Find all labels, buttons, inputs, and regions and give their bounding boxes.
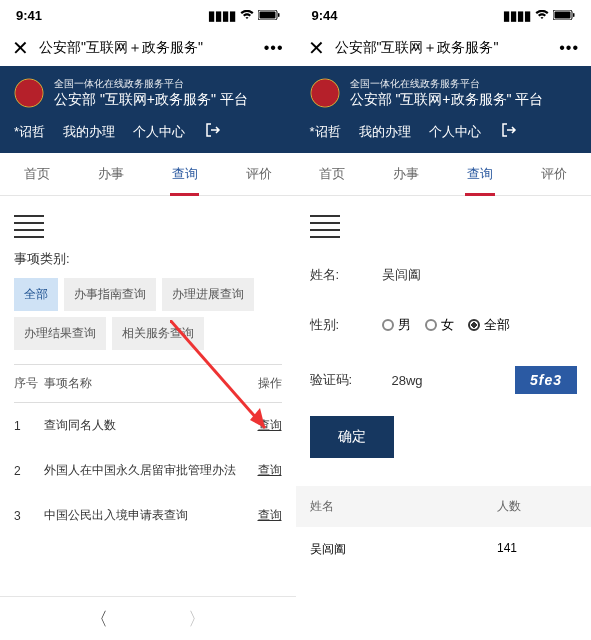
category-label: 事项类别: <box>14 250 282 268</box>
nav-my-process[interactable]: 我的办理 <box>359 123 411 141</box>
cell-name: 查询同名人数 <box>44 417 242 434</box>
gender-label: 性别: <box>310 316 382 334</box>
submit-button[interactable]: 确定 <box>310 416 394 458</box>
wifi-icon <box>240 8 254 23</box>
filter-progress[interactable]: 办理进展查询 <box>162 278 254 311</box>
content-area: 姓名: 吴闾阖 性别: 男 女 全部 验证码: 28wg 5fe3 确定 姓名 … <box>296 196 592 586</box>
captcha-image[interactable]: 5fe3 <box>515 366 577 394</box>
blue-header: 全国一体化在线政务服务平台 公安部 "互联网+政务服务" 平台 *诏哲 我的办理… <box>296 66 592 153</box>
status-bar: 9:44 ▮▮▮▮ <box>296 0 592 30</box>
signal-icon: ▮▮▮▮ <box>208 8 236 23</box>
wifi-icon <box>535 8 549 23</box>
platform-subtitle: 全国一体化在线政务服务平台 <box>54 77 248 91</box>
police-badge-icon <box>12 76 46 110</box>
status-time: 9:44 <box>312 8 338 23</box>
main-tabs: 首页 办事 查询 评价 <box>296 153 592 196</box>
cell-idx: 3 <box>14 509 44 523</box>
title-bar: ✕ 公安部"互联网＋政务服务" ••• <box>296 30 592 66</box>
form-row-name: 姓名: 吴闾阖 <box>310 250 578 300</box>
filter-guide[interactable]: 办事指南查询 <box>64 278 156 311</box>
close-icon[interactable]: ✕ <box>308 36 325 60</box>
platform-logo-row: 全国一体化在线政务服务平台 公安部 "互联网+政务服务" 平台 <box>308 76 580 110</box>
tab-review[interactable]: 评价 <box>517 153 591 195</box>
svg-rect-7 <box>573 13 575 17</box>
nav-user[interactable]: *诏哲 <box>310 123 341 141</box>
platform-logo-row: 全国一体化在线政务服务平台 公安部 "互联网+政务服务" 平台 <box>12 76 284 110</box>
battery-icon <box>258 8 280 23</box>
query-link[interactable]: 查询 <box>242 507 282 524</box>
page-title: 公安部"互联网＋政务服务" <box>39 39 254 57</box>
svg-rect-1 <box>259 11 275 18</box>
platform-title: 公安部 "互联网+政务服务" 平台 <box>54 91 248 109</box>
close-icon[interactable]: ✕ <box>12 36 29 60</box>
tab-service[interactable]: 办事 <box>369 153 443 195</box>
radio-all[interactable]: 全部 <box>468 316 510 334</box>
battery-icon <box>553 8 575 23</box>
header-nav: *诏哲 我的办理 个人中心 <box>308 110 580 153</box>
logout-icon[interactable] <box>205 122 221 141</box>
main-tabs: 首页 办事 查询 评价 <box>0 153 296 196</box>
table-row: 1 查询同名人数 查询 <box>14 403 282 448</box>
captcha-label: 验证码: <box>310 371 382 389</box>
status-time: 9:41 <box>16 8 42 23</box>
form-row-gender: 性别: 男 女 全部 <box>310 300 578 350</box>
query-link[interactable]: 查询 <box>242 417 282 434</box>
platform-subtitle: 全国一体化在线政务服务平台 <box>350 77 544 91</box>
more-icon[interactable]: ••• <box>559 39 579 57</box>
tab-home[interactable]: 首页 <box>296 153 370 195</box>
content-area: 事项类别: 全部 办事指南查询 办理进展查询 办理结果查询 相关服务查询 序号 … <box>0 196 296 552</box>
filter-related[interactable]: 相关服务查询 <box>112 317 204 350</box>
forward-icon[interactable]: 〉 <box>188 607 206 631</box>
rh-name: 姓名 <box>310 498 498 515</box>
logout-icon[interactable] <box>501 122 517 141</box>
table-row: 3 中国公民出入境申请表查询 查询 <box>14 493 282 538</box>
name-input[interactable]: 吴闾阖 <box>382 266 578 284</box>
phone-right: 9:44 ▮▮▮▮ ✕ 公安部"互联网＋政务服务" ••• 全国一体化在线政务服… <box>296 0 592 640</box>
rh-count: 人数 <box>497 498 577 515</box>
table-header: 序号 事项名称 操作 <box>14 364 282 403</box>
tab-review[interactable]: 评价 <box>222 153 296 195</box>
header-nav: *诏哲 我的办理 个人中心 <box>12 110 284 153</box>
nav-profile[interactable]: 个人中心 <box>429 123 481 141</box>
phone-left: 9:41 ▮▮▮▮ ✕ 公安部"互联网＋政务服务" ••• 全国一体化在线政务服… <box>0 0 296 640</box>
filter-result[interactable]: 办理结果查询 <box>14 317 106 350</box>
tab-home[interactable]: 首页 <box>0 153 74 195</box>
cell-idx: 2 <box>14 464 44 478</box>
back-icon[interactable]: 〈 <box>90 607 108 631</box>
query-link[interactable]: 查询 <box>242 462 282 479</box>
name-label: 姓名: <box>310 266 382 284</box>
gender-radio-group: 男 女 全部 <box>382 316 510 334</box>
status-icons: ▮▮▮▮ <box>208 8 280 23</box>
police-badge-icon <box>308 76 342 110</box>
rcell-count: 141 <box>497 541 577 558</box>
status-icons: ▮▮▮▮ <box>503 8 575 23</box>
filter-all[interactable]: 全部 <box>14 278 58 311</box>
blue-header: 全国一体化在线政务服务平台 公安部 "互联网+政务服务" 平台 *诏哲 我的办理… <box>0 66 296 153</box>
tab-query[interactable]: 查询 <box>443 153 517 195</box>
status-bar: 9:41 ▮▮▮▮ <box>0 0 296 30</box>
nav-user[interactable]: *诏哲 <box>14 123 45 141</box>
th-index: 序号 <box>14 375 44 392</box>
cell-name: 外国人在中国永久居留审批管理办法 <box>44 462 242 479</box>
menu-icon[interactable] <box>310 215 340 238</box>
title-bar: ✕ 公安部"互联网＋政务服务" ••• <box>0 30 296 66</box>
form-row-captcha: 验证码: 28wg 5fe3 <box>310 350 578 410</box>
more-icon[interactable]: ••• <box>264 39 284 57</box>
captcha-input[interactable]: 28wg <box>392 373 506 388</box>
platform-title: 公安部 "互联网+政务服务" 平台 <box>350 91 544 109</box>
svg-rect-6 <box>555 11 571 18</box>
radio-female[interactable]: 女 <box>425 316 454 334</box>
radio-male[interactable]: 男 <box>382 316 411 334</box>
tab-service[interactable]: 办事 <box>74 153 148 195</box>
rcell-name: 吴闾阖 <box>310 541 498 558</box>
cell-idx: 1 <box>14 419 44 433</box>
tab-query[interactable]: 查询 <box>148 153 222 195</box>
result-row: 吴闾阖 141 <box>310 527 578 572</box>
nav-my-process[interactable]: 我的办理 <box>63 123 115 141</box>
table-row: 2 外国人在中国永久居留审批管理办法 查询 <box>14 448 282 493</box>
th-op: 操作 <box>242 375 282 392</box>
result-header: 姓名 人数 <box>296 486 592 527</box>
filter-buttons: 全部 办事指南查询 办理进展查询 办理结果查询 相关服务查询 <box>14 278 282 350</box>
menu-icon[interactable] <box>14 215 44 238</box>
nav-profile[interactable]: 个人中心 <box>133 123 185 141</box>
